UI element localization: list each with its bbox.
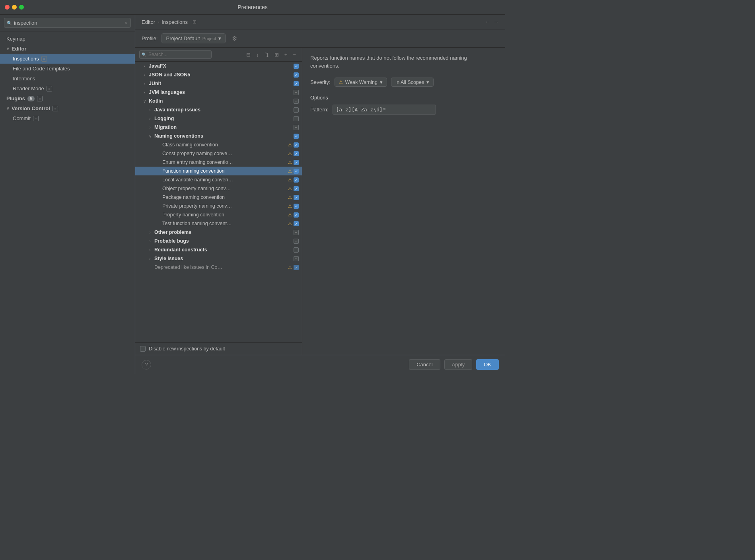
tree-row[interactable]: Deprecated like issues in Co… ⚠ ✓ (135, 263, 302, 272)
maximize-button[interactable] (19, 5, 24, 10)
remove-button[interactable]: − (291, 51, 298, 58)
local-naming-checkbox[interactable]: ✓ (294, 177, 299, 183)
sidebar-section-plugins[interactable]: Plugins 5 ≡ (0, 93, 135, 103)
tree-row[interactable]: › Migration − (135, 123, 302, 132)
breadcrumb-sep-icon: › (158, 19, 159, 25)
object-naming-checkbox[interactable]: ✓ (294, 186, 299, 191)
object-naming-warn-icon: ⚠ (288, 186, 292, 191)
collapse-all-button[interactable]: ⇅ (263, 51, 271, 58)
test-naming-label: Test function naming convent… (162, 221, 286, 226)
nav-forward-icon[interactable]: → (493, 19, 499, 25)
severity-dropdown[interactable]: ⚠ Weak Warning ▾ (335, 78, 387, 87)
tree-row[interactable]: › JUnit ✓ (135, 79, 302, 88)
tree-row[interactable]: › Redundant constructs − (135, 245, 302, 254)
json-chevron-icon: › (142, 73, 147, 77)
disable-new-inspections-checkbox[interactable] (140, 346, 146, 352)
sidebar-item-intentions[interactable]: Intentions (0, 74, 135, 84)
tree-row[interactable]: › JavaFX ✓ (135, 62, 302, 70)
style-issues-checkbox[interactable]: − (294, 256, 299, 261)
sidebar-section-editor[interactable]: ∨ Editor (0, 44, 135, 54)
migration-checkbox[interactable]: − (294, 125, 299, 130)
tree-row[interactable]: Property naming convention ⚠ ✓ (135, 210, 302, 219)
group-button[interactable]: ⊞ (272, 51, 281, 58)
logging-checkbox[interactable] (294, 116, 299, 121)
tree-row[interactable]: › Other problems − (135, 228, 302, 237)
minimize-button[interactable] (12, 5, 17, 10)
private-naming-checkbox[interactable]: ✓ (294, 204, 299, 209)
scope-dropdown[interactable]: In All Scopes ▾ (391, 78, 434, 87)
disable-new-inspections-label: Disable new inspections by default (149, 346, 225, 352)
jvm-checkbox[interactable]: − (294, 90, 299, 95)
sidebar-item-keymap[interactable]: Keymap (0, 34, 135, 44)
tree-row[interactable]: Object property naming conv… ⚠ ✓ (135, 184, 302, 193)
json-checkbox[interactable]: ✓ (294, 72, 299, 78)
class-naming-checkbox[interactable]: ✓ (294, 142, 299, 148)
tree-row[interactable]: › Probable bugs − (135, 237, 302, 245)
java-interop-checkbox[interactable]: − (294, 107, 299, 113)
tree-row[interactable]: Const property naming conve… ⚠ ✓ (135, 149, 302, 158)
deprecated-checkbox[interactable]: ✓ (294, 265, 299, 270)
tree-row[interactable]: ∨ Naming conventions ✓ (135, 132, 302, 140)
package-naming-checkbox[interactable]: ✓ (294, 195, 299, 200)
profile-gear-button[interactable]: ⚙ (230, 34, 239, 43)
tree-row[interactable]: ∨ Kotlin − (135, 97, 302, 105)
pattern-input[interactable] (333, 105, 436, 115)
tree-row[interactable]: Private property naming conv… ⚠ ✓ (135, 202, 302, 210)
filter-button[interactable]: ⊟ (244, 51, 253, 58)
other-problems-checkbox[interactable]: − (294, 230, 299, 235)
test-naming-checkbox[interactable]: ✓ (294, 221, 299, 226)
tree-row[interactable]: › JVM languages − (135, 88, 302, 97)
vc-chevron-icon: ∨ (6, 106, 9, 111)
enum-naming-checkbox[interactable]: ✓ (294, 160, 299, 165)
cancel-button[interactable]: Cancel (409, 359, 440, 370)
tree-row[interactable]: Test function naming convent… ⚠ ✓ (135, 219, 302, 228)
search-input[interactable]: inspection (4, 18, 131, 28)
nav-back-icon[interactable]: ← (485, 19, 490, 25)
inspections-search-input[interactable] (139, 50, 212, 59)
property-naming-checkbox[interactable]: ✓ (294, 212, 299, 218)
deprecated-label: Deprecated like issues in Co… (154, 264, 286, 270)
add-button[interactable]: + (282, 51, 290, 58)
jvm-label: JVM languages (149, 89, 292, 95)
probable-bugs-checkbox[interactable]: − (294, 239, 299, 244)
plugins-icon-box: ≡ (37, 96, 43, 101)
sidebar-section-editor-label: Editor (12, 46, 27, 52)
commit-icon-box: ≡ (33, 116, 39, 121)
naming-conv-label: Naming conventions (154, 133, 292, 139)
kotlin-checkbox[interactable]: − (294, 99, 299, 104)
tree-row[interactable]: Enum entry naming conventio… ⚠ ✓ (135, 158, 302, 167)
close-button[interactable] (5, 5, 10, 10)
javafx-checkbox[interactable]: ✓ (294, 64, 299, 69)
property-naming-label: Property naming convention (162, 212, 286, 218)
sidebar-item-file-templates[interactable]: File and Code Templates (0, 64, 135, 74)
function-naming-checkbox[interactable]: ✓ (294, 169, 299, 174)
tree-row[interactable]: Package naming convention ⚠ ✓ (135, 193, 302, 202)
profile-value: Project Default (166, 35, 200, 41)
naming-conv-checkbox[interactable]: ✓ (294, 134, 299, 139)
apply-button[interactable]: Apply (444, 359, 473, 370)
pattern-row: Pattern: (310, 105, 497, 115)
tree-row-function-naming[interactable]: Function naming convention ⚠ ✓ (135, 167, 302, 175)
tree-row[interactable]: Class naming convention ⚠ ✓ (135, 140, 302, 149)
const-naming-checkbox[interactable]: ✓ (294, 151, 299, 156)
sidebar-item-inspections[interactable]: Inspections ≡ (0, 54, 135, 64)
plugins-badge: 5 (27, 96, 35, 101)
tree-row[interactable]: › Logging (135, 114, 302, 123)
sidebar-item-reader-mode[interactable]: Reader Mode ≡ (0, 84, 135, 93)
tree-row[interactable]: Local variable naming conven… ⚠ ✓ (135, 175, 302, 184)
tree-row[interactable]: › JSON and JSON5 ✓ (135, 70, 302, 79)
redundant-chevron-icon: › (147, 248, 153, 252)
javafx-chevron-icon: › (142, 64, 147, 68)
profile-dropdown[interactable]: Project Default Project ▾ (162, 33, 226, 43)
help-button[interactable]: ? (142, 360, 151, 369)
sidebar-section-version-control[interactable]: ∨ Version Control ≡ (0, 103, 135, 113)
tree-row[interactable]: › Style issues − (135, 254, 302, 263)
redundant-checkbox[interactable]: − (294, 247, 299, 253)
sidebar-search-area: 🔍 inspection ✕ (0, 15, 135, 31)
expand-all-button[interactable]: ↕ (254, 51, 261, 58)
sidebar-item-commit[interactable]: Commit ≡ (0, 113, 135, 123)
clear-search-icon[interactable]: ✕ (125, 20, 128, 25)
junit-checkbox[interactable]: ✓ (294, 81, 299, 86)
ok-button[interactable]: OK (476, 359, 499, 370)
tree-row[interactable]: › Java interop issues − (135, 105, 302, 114)
